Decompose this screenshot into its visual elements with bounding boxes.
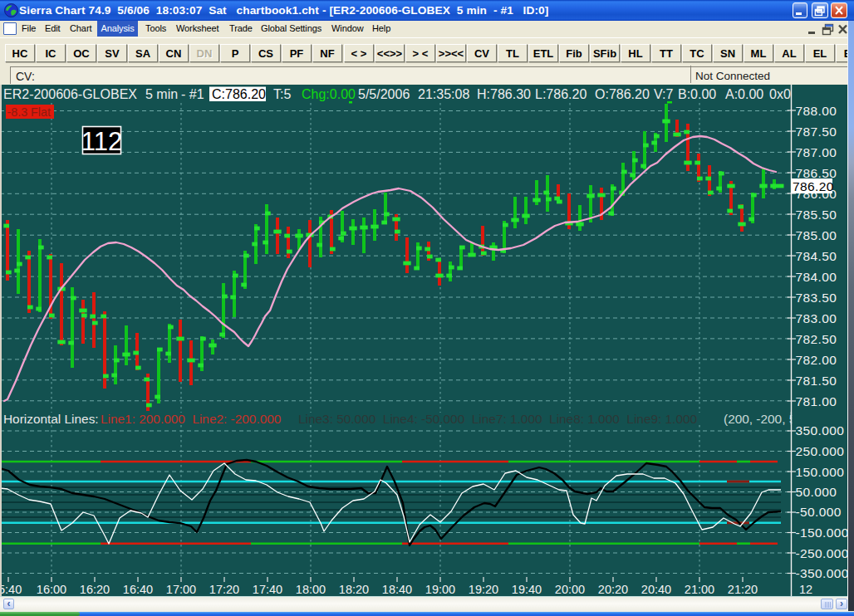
svg-text:782.50: 782.50 [796, 332, 837, 346]
svg-text:21:35:08: 21:35:08 [418, 87, 469, 101]
svg-text:-50.000: -50.000 [796, 505, 842, 519]
svg-text:19:40: 19:40 [512, 583, 542, 596]
svg-text:16:20: 16:20 [80, 583, 110, 596]
svg-text:787.50: 787.50 [796, 125, 837, 139]
svg-text:-250.000: -250.000 [796, 546, 849, 560]
svg-text:150.000: 150.000 [796, 465, 845, 479]
svg-text:18:40: 18:40 [382, 583, 412, 596]
svg-text:786.20: 786.20 [793, 179, 834, 193]
svg-text:20:00: 20:00 [555, 583, 585, 596]
svg-text:T:5: T:5 [273, 87, 291, 101]
svg-text:-8.3 Flat: -8.3 Flat [7, 105, 51, 119]
svg-text:20:20: 20:20 [598, 583, 628, 596]
svg-text:17:40: 17:40 [253, 583, 282, 596]
svg-text:21:20: 21:20 [728, 583, 758, 596]
svg-text:18:00: 18:00 [296, 583, 326, 596]
svg-text:784.50: 784.50 [796, 249, 837, 263]
svg-text:785.50: 785.50 [796, 208, 837, 222]
svg-text:-150.000: -150.000 [796, 526, 849, 540]
svg-text:5:40: 5:40 [0, 583, 22, 596]
svg-text:5/5/2006: 5/5/2006 [358, 87, 410, 101]
svg-text:L:786.20: L:786.20 [535, 87, 587, 101]
svg-text:16:40: 16:40 [123, 583, 153, 596]
svg-text:21:00: 21:00 [685, 583, 714, 596]
svg-text:783.50: 783.50 [796, 291, 837, 305]
svg-text:788.00: 788.00 [796, 104, 837, 118]
svg-text:50.000: 50.000 [796, 485, 837, 499]
svg-text:250.000: 250.000 [796, 444, 845, 458]
svg-text:19:20: 19:20 [469, 583, 498, 596]
svg-text:Chg:0.00: Chg:0.00 [302, 87, 356, 101]
svg-text:B:0.00: B:0.00 [678, 87, 716, 101]
svg-text:Horizontal Lines:: Horizontal Lines: [3, 412, 99, 426]
svg-text:Line1: 200.000 Line2: -200.00: Line1: 200.000 Line2: -200.000 [101, 412, 281, 426]
svg-text:5 min: 5 min [145, 87, 178, 101]
svg-text:785.00: 785.00 [796, 228, 837, 242]
svg-text:781.00: 781.00 [796, 394, 837, 408]
svg-text:C:786.20: C:786.20 [212, 87, 266, 101]
svg-text:V:7: V:7 [654, 87, 674, 101]
svg-text:0x0: 0x0 [769, 87, 791, 101]
svg-text:O:786.20: O:786.20 [595, 87, 650, 101]
svg-text:786.50: 786.50 [796, 166, 837, 180]
svg-text:784.00: 784.00 [796, 270, 837, 284]
svg-text:A:0.00: A:0.00 [725, 87, 763, 101]
svg-text:782.00: 782.00 [796, 353, 837, 367]
svg-text:18:20: 18:20 [339, 583, 369, 596]
svg-text:ER2-200606-GLOBEX: ER2-200606-GLOBEX [3, 87, 137, 101]
svg-text:787.00: 787.00 [796, 145, 837, 159]
svg-text:17:20: 17:20 [209, 583, 239, 596]
svg-text:112: 112 [81, 127, 122, 156]
svg-text:20:40: 20:40 [641, 583, 671, 596]
svg-text:781.50: 781.50 [796, 374, 837, 388]
svg-text:12: 12 [799, 583, 812, 596]
svg-text:-350.000: -350.000 [796, 566, 849, 580]
svg-text:16:00: 16:00 [37, 583, 66, 596]
svg-text:783.00: 783.00 [796, 311, 837, 325]
svg-text:17:00: 17:00 [166, 583, 196, 596]
svg-text:19:00: 19:00 [425, 583, 455, 596]
svg-text:H:786.30: H:786.30 [477, 87, 531, 101]
svg-text:Line3: 50.000 Line4: -50.000: Line3: 50.000 Line4: -50.000 Line7: 1.00… [298, 412, 697, 426]
svg-text:- #1: - #1 [181, 87, 204, 101]
